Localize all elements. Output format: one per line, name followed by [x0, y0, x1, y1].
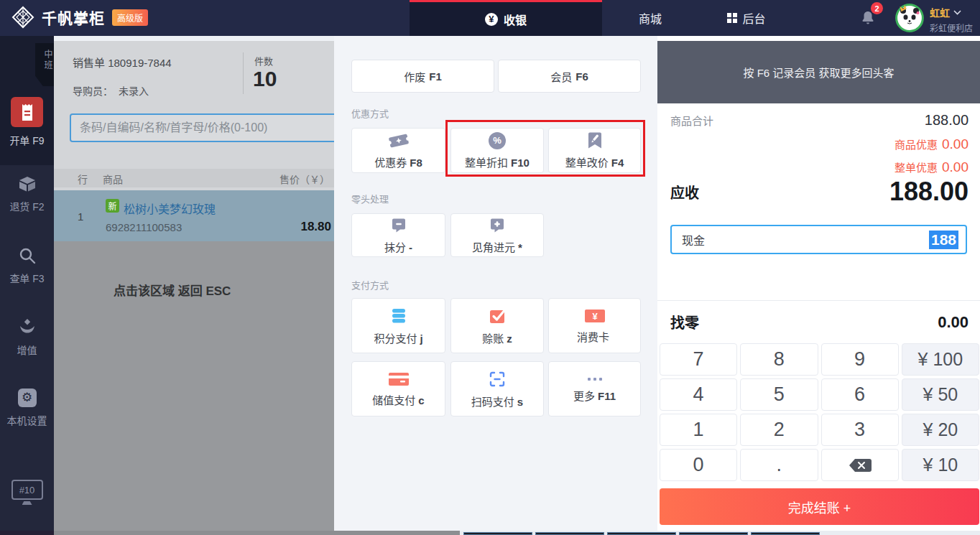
monitor-stand	[22, 501, 32, 505]
cash-label: 现金	[682, 231, 705, 248]
member-hint-banner[interactable]: 按 F6 记录会员 获取更多回头客	[657, 41, 980, 103]
finish-checkout-button[interactable]: 完成结账 +	[660, 488, 979, 525]
sidebar-item-query[interactable]: 查单 F3	[0, 246, 54, 285]
tab-backend[interactable]: 后台	[698, 0, 795, 36]
qty-value: 10	[253, 67, 277, 91]
coupon-button[interactable]: 优惠券F8	[351, 128, 445, 173]
brand: 千帆掌柜 高级版	[11, 6, 148, 29]
tab-mall-label: 商城	[639, 9, 662, 27]
key-cash-20[interactable]: ¥ 20	[902, 414, 979, 446]
svg-text:¥: ¥	[592, 311, 598, 322]
key-cash-50[interactable]: ¥ 50	[902, 378, 979, 411]
yen-circle-icon: ¥	[485, 13, 498, 26]
store-name: 彩虹便利店	[930, 22, 973, 34]
terminal-id: #10	[19, 485, 35, 496]
void-button[interactable]: 作废F1	[351, 60, 494, 93]
monitor-icon: #10	[11, 480, 43, 500]
key-8[interactable]: 8	[740, 343, 818, 376]
scan-pay-button[interactable]: 扫码支付s	[450, 361, 544, 417]
cash-value-selected: 188	[929, 231, 958, 249]
plus-badge-icon	[489, 217, 506, 234]
stored-value-pay-button[interactable]: 储值支付c	[351, 361, 445, 417]
product-name: 松树小美梦幻玫瑰	[124, 200, 216, 217]
user-name: 虹虹	[930, 5, 950, 19]
product-barcode: 6928211100583	[106, 221, 182, 233]
payment-modal: 作废F1 会员F6 优惠方式 优惠券F8 % 整单折扣F10	[334, 36, 657, 531]
avatar[interactable]	[895, 4, 924, 32]
key-dot[interactable]: .	[740, 449, 818, 481]
subtotal-label: 商品合计	[670, 113, 713, 128]
backspace-icon	[848, 458, 872, 473]
key-6[interactable]: 6	[821, 378, 899, 411]
change-label: 找零	[670, 312, 699, 332]
taskbar-window-button[interactable]	[751, 532, 820, 535]
taskbar-window-button[interactable]	[607, 532, 676, 535]
due-value: 188.00	[889, 177, 969, 207]
tab-backend-label: 后台	[742, 9, 765, 27]
key-0[interactable]: 0	[660, 449, 737, 481]
member-button[interactable]: 会员F6	[498, 60, 641, 93]
sidebar-item-settings[interactable]: ⚙ 本机设置	[0, 389, 54, 427]
new-badge: 新	[106, 199, 119, 213]
user-menu[interactable]: 虹虹	[930, 5, 973, 19]
dismiss-overlay-area[interactable]: 点击该区域 返回 ESC	[54, 241, 334, 531]
table-row[interactable]: 1 新 松树小美梦幻玫瑰 6928211100583 18.80	[54, 190, 334, 241]
sidebar-item-return[interactable]: 退货 F2	[0, 175, 54, 213]
key-4[interactable]: 4	[660, 378, 737, 411]
taskbar-gray-segment	[54, 531, 460, 535]
key-7[interactable]: 7	[660, 343, 737, 376]
rounding-section-label: 零头处理	[351, 192, 389, 205]
subtotal-row: 商品合计 188.00	[670, 112, 969, 129]
whole-order-discount-button[interactable]: % 整单折扣F10	[450, 128, 544, 173]
key-3[interactable]: 3	[821, 414, 899, 446]
sidebar-item-label: 增值	[17, 343, 37, 357]
credit-pay-button[interactable]: 赊账z	[450, 298, 544, 353]
col-line: 行	[78, 172, 88, 186]
app-title: 千帆掌柜	[42, 6, 105, 28]
cash-input[interactable]: 现金 188	[670, 225, 967, 254]
round-up-button[interactable]: 见角进元*	[450, 213, 544, 257]
more-payments-button[interactable]: 更多F11	[548, 361, 641, 417]
sidebar-item-new-order[interactable]: 开单 F9	[0, 97, 54, 147]
key-5[interactable]: 5	[740, 378, 818, 411]
order-discount-row: 整单优惠 0.00	[895, 159, 969, 175]
key-2[interactable]: 2	[740, 414, 818, 446]
key-9[interactable]: 9	[821, 343, 899, 376]
search-icon	[18, 246, 37, 265]
tab-cashier[interactable]: ¥ 收银	[410, 0, 602, 36]
consume-card-button[interactable]: ¥ 消费卡	[548, 298, 641, 353]
wipe-fen-button[interactable]: 抹分-	[351, 213, 445, 257]
discount-section-label: 优惠方式	[351, 106, 389, 120]
col-price: 售价（￥）	[279, 172, 330, 186]
gem-hands-icon	[17, 317, 37, 337]
sidebar-item-label: 本机设置	[7, 413, 47, 427]
taskbar	[0, 531, 980, 535]
bank-card-icon	[388, 371, 410, 387]
taskbar-window-button[interactable]	[535, 532, 604, 535]
taskbar-window-button[interactable]	[463, 532, 532, 535]
sale-panel: 销售单 180919-7844 件数 10 导购员：未录入 行 商品 售价（￥）…	[54, 41, 334, 531]
points-pay-button[interactable]: 积分支付j	[351, 298, 445, 353]
scan-frame-icon	[488, 370, 507, 389]
backspace-key[interactable]	[821, 449, 899, 481]
edition-badge: 高级版	[112, 9, 148, 26]
due-label: 应收	[670, 182, 699, 203]
subtotal-value: 188.00	[925, 112, 969, 129]
row-line-no: 1	[78, 210, 83, 223]
change-value: 0.00	[938, 313, 969, 332]
col-product: 商品	[103, 172, 123, 186]
key-1[interactable]: 1	[660, 414, 737, 446]
return-box-icon	[17, 175, 37, 193]
product-search-input[interactable]	[70, 113, 334, 142]
sidebar-item-label: 退货 F2	[9, 199, 44, 213]
terminal-indicator: #10	[0, 480, 54, 505]
tab-mall[interactable]: 商城	[602, 0, 698, 36]
taskbar-window-button[interactable]	[679, 532, 748, 535]
key-cash-100[interactable]: ¥ 100	[902, 343, 979, 376]
tab-cashier-label: 收银	[504, 11, 527, 28]
product-price: 18.80	[300, 220, 331, 234]
whole-order-reprice-button[interactable]: 整单改价F4	[548, 128, 641, 173]
coins-stack-icon	[389, 307, 408, 325]
sidebar-item-value-added[interactable]: 增值	[0, 317, 54, 357]
key-cash-10[interactable]: ¥ 10	[902, 449, 979, 481]
